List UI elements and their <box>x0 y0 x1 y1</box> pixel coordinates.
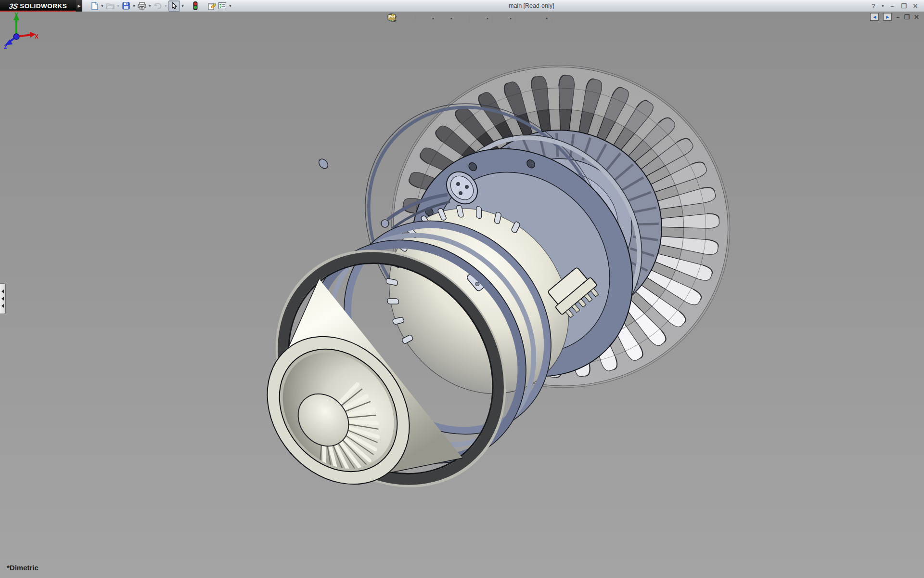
undo-dropdown[interactable]: ▼ <box>163 1 168 11</box>
printer-icon <box>138 2 146 10</box>
menu-expand-arrow[interactable]: ▶ <box>76 0 82 12</box>
collapse-arrow-icon <box>1 304 4 308</box>
view-orientation-dropdown[interactable]: ▼ <box>449 17 453 20</box>
edit-appearance-button[interactable] <box>519 13 530 23</box>
toolbar-separator <box>415 14 415 22</box>
document-window-controls: ◀ ▶ – ❐ ✕ <box>870 13 919 21</box>
title-bar: 3S SOLIDWORKS ▶ ▼ ▼ <box>0 0 924 12</box>
hand-on-page-icon <box>207 2 216 10</box>
dassault-3ds-logo-icon: 3S <box>9 2 19 10</box>
next-window-button[interactable]: ▶ <box>883 13 892 21</box>
display-style-dropdown[interactable]: ▼ <box>486 17 489 20</box>
minimize-button[interactable]: – <box>887 2 897 10</box>
solidworks-logo: 3S SOLIDWORKS <box>0 0 76 12</box>
display-style-button[interactable] <box>473 13 484 23</box>
open-folder-icon <box>106 2 115 10</box>
zoom-to-area-button[interactable] <box>400 13 412 23</box>
collapse-arrow-icon <box>1 297 4 301</box>
new-document-button[interactable] <box>89 1 100 11</box>
close-button[interactable]: ✕ <box>911 2 920 10</box>
checklist-icon <box>218 2 227 10</box>
document-title: main [Read-only] <box>509 0 554 12</box>
toolbar-separator <box>552 14 552 22</box>
graphics-viewport[interactable]: ▼ ▼ <box>0 12 924 578</box>
doc-close-button[interactable]: ✕ <box>914 13 919 21</box>
view-orientation-label: *Dimetric <box>7 564 38 572</box>
select-dropdown[interactable]: ▼ <box>180 1 185 11</box>
view-orientation-button[interactable] <box>436 13 448 23</box>
doc-restore-button[interactable]: ❐ <box>904 13 910 21</box>
undo-button[interactable] <box>153 1 163 11</box>
doc-minimize-button[interactable]: – <box>896 13 899 21</box>
orientation-triad: Y X Z <box>0 12 38 49</box>
section-view-dropdown[interactable]: ▼ <box>431 17 435 20</box>
print-button[interactable] <box>137 1 147 11</box>
design-checklist-button[interactable] <box>217 1 228 11</box>
help-button[interactable]: ? <box>869 2 878 10</box>
hide-show-items-button[interactable] <box>496 13 507 23</box>
triad-x-label: X <box>35 33 38 40</box>
open-dropdown[interactable]: ▼ <box>116 1 121 11</box>
help-dropdown[interactable]: ▼ <box>880 1 886 11</box>
headsup-view-toolbar: ▼ ▼ <box>387 13 566 23</box>
view-settings-button[interactable] <box>555 13 566 23</box>
toolbar-separator <box>469 14 470 22</box>
solidworks-window: 3S SOLIDWORKS ▶ ▼ ▼ <box>0 0 924 578</box>
traffic-light-button[interactable] <box>190 1 201 11</box>
save-dropdown[interactable]: ▼ <box>131 1 137 11</box>
toolbar-separator <box>515 14 516 22</box>
apply-scene-button[interactable] <box>532 13 543 23</box>
new-document-dropdown[interactable]: ▼ <box>100 1 105 11</box>
checklist-dropdown[interactable]: ▼ <box>228 1 233 11</box>
print-dropdown[interactable]: ▼ <box>147 1 153 11</box>
triad-y-label: Y <box>14 12 18 18</box>
section-view-button[interactable] <box>418 13 430 23</box>
undo-arrow-icon <box>154 2 162 10</box>
save-button[interactable] <box>121 1 131 11</box>
traffic-light-icon <box>193 1 198 10</box>
previous-window-button[interactable]: ◀ <box>870 13 879 21</box>
standard-views-button[interactable] <box>455 13 466 23</box>
triad-z-label: Z <box>4 44 7 49</box>
select-tool-button[interactable] <box>168 0 180 12</box>
view-settings-icon <box>387 13 396 21</box>
3d-model-jet-engine[interactable] <box>0 12 924 578</box>
properties-button[interactable] <box>206 1 217 11</box>
feature-manager-splitter[interactable] <box>0 283 6 314</box>
brand-name: SOLIDWORKS <box>20 2 67 10</box>
cursor-arrow-icon <box>171 2 178 10</box>
restore-button[interactable]: ❐ <box>899 2 909 10</box>
toolbar-separator <box>492 14 493 22</box>
open-button[interactable] <box>105 1 116 11</box>
apply-scene-dropdown[interactable]: ▼ <box>545 17 549 20</box>
collapse-arrow-icon <box>1 289 4 293</box>
hide-show-dropdown[interactable]: ▼ <box>509 17 513 20</box>
new-document-icon <box>90 2 99 10</box>
save-floppy-icon <box>122 2 130 10</box>
